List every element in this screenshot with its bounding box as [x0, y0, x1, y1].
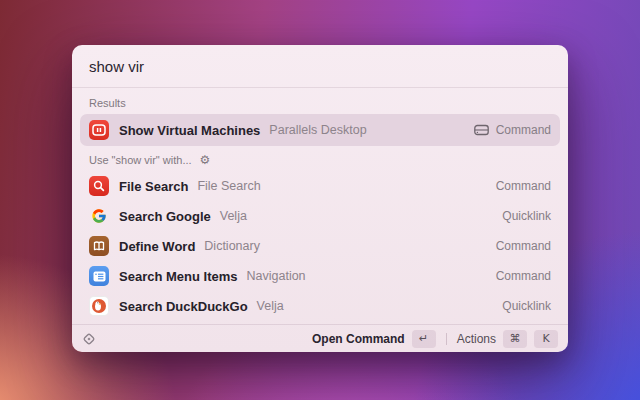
parallels-icon — [89, 120, 109, 140]
open-command-button[interactable]: Open Command — [312, 332, 405, 346]
suggestions-section-header: Use "show vir" with... ⚙ — [80, 146, 560, 171]
result-row-show-virtual-machines[interactable]: Show Virtual Machines Parallels Desktop … — [80, 114, 560, 146]
result-title: Search DuckDuckGo — [119, 299, 248, 314]
result-title: File Search — [119, 179, 188, 194]
results-panel: Results Show Virtual Machines Parallels … — [72, 88, 568, 324]
result-row-search-duckduckgo[interactable]: Search DuckDuckGo Velja Quicklink — [80, 291, 560, 321]
k-key-badge: K — [534, 330, 558, 348]
hard-drive-icon — [474, 124, 489, 136]
result-title: Search Menu Items — [119, 269, 238, 284]
result-type-badge: Command — [496, 123, 551, 137]
result-type-badge: Command — [496, 179, 551, 193]
footer-divider — [446, 333, 447, 345]
dictionary-icon — [89, 236, 109, 256]
search-bar — [72, 45, 568, 88]
result-row-search-google[interactable]: Search Google Velja Quicklink — [80, 201, 560, 231]
results-section-header: Results — [80, 90, 560, 114]
result-row-file-search[interactable]: File Search File Search Command — [80, 171, 560, 201]
result-subtitle: Parallels Desktop — [269, 123, 366, 137]
result-type-badge: Quicklink — [502, 299, 551, 313]
result-subtitle: Velja — [257, 299, 284, 313]
action-bar: Open Command ↵ Actions ⌘ K — [72, 324, 568, 352]
result-title: Search Google — [119, 209, 211, 224]
result-subtitle: Velja — [220, 209, 247, 223]
google-icon — [89, 206, 109, 226]
result-title: Show Virtual Machines — [119, 123, 260, 138]
result-subtitle: Dictionary — [204, 239, 260, 253]
raycast-logo-icon — [82, 332, 96, 346]
result-type-badge: Quicklink — [502, 209, 551, 223]
gear-icon[interactable]: ⚙ — [200, 154, 211, 166]
return-key-badge: ↵ — [412, 330, 436, 348]
result-subtitle: Navigation — [247, 269, 306, 283]
command-key-badge: ⌘ — [503, 330, 527, 348]
search-input[interactable] — [89, 58, 551, 75]
result-title: Define Word — [119, 239, 195, 254]
menu-items-icon — [89, 266, 109, 286]
result-type-badge: Command — [496, 269, 551, 283]
result-row-define-word[interactable]: Define Word Dictionary Command — [80, 231, 560, 261]
launcher-window: Results Show Virtual Machines Parallels … — [72, 45, 568, 352]
result-subtitle: File Search — [197, 179, 260, 193]
file-search-icon — [89, 176, 109, 196]
actions-button[interactable]: Actions — [457, 332, 496, 346]
result-row-search-menu-items[interactable]: Search Menu Items Navigation Command — [80, 261, 560, 291]
duckduckgo-icon — [89, 296, 109, 316]
suggestions-header-label: Use "show vir" with... — [89, 154, 192, 166]
result-type-badge: Command — [496, 239, 551, 253]
